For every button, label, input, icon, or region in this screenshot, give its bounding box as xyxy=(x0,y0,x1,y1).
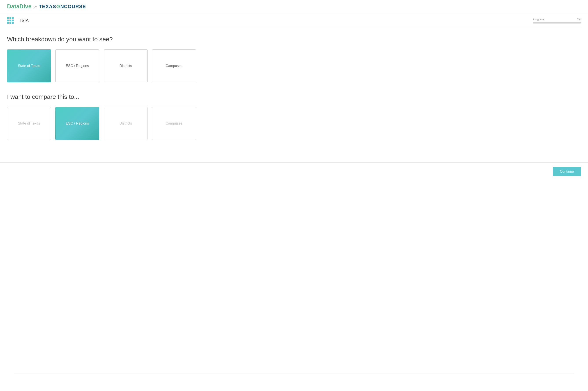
footer-divider xyxy=(14,373,574,374)
progress-bar-track xyxy=(533,22,581,23)
grid-dot xyxy=(12,19,14,21)
logo-by-text: by xyxy=(34,5,37,8)
grid-dot xyxy=(9,19,11,21)
app-header: DataDive by TEXAS⊙NCOURSE xyxy=(0,0,588,13)
progress-section: Progress 0% xyxy=(533,17,581,23)
grid-dot xyxy=(12,22,14,24)
breakdown-card-districts[interactable]: Districts xyxy=(104,49,148,82)
progress-label: Progress xyxy=(533,17,544,21)
breakdown-card-grid: State of Texas ESC / Regions Districts C… xyxy=(7,49,257,82)
logo-datadive-text: DataDive xyxy=(7,3,31,10)
grid-dot xyxy=(7,22,9,24)
logo-texasoncourse-text: TEXAS⊙NCOURSE xyxy=(39,4,86,9)
logo-pin-icon: ⊙ xyxy=(56,4,60,9)
breakdown-card-state-of-texas-label: State of Texas xyxy=(18,64,40,68)
grid-icon[interactable] xyxy=(7,17,14,24)
footer: Continue xyxy=(0,162,588,183)
compare-card-districts[interactable]: Districts xyxy=(104,107,148,140)
compare-card-districts-label: Districts xyxy=(119,121,132,125)
continue-button[interactable]: Continue xyxy=(553,167,581,176)
grid-dot xyxy=(7,17,9,19)
grid-dot xyxy=(9,22,11,24)
breakdown-card-esc-regions[interactable]: ESC / Regions xyxy=(55,49,99,82)
compare-card-state-of-texas[interactable]: State of Texas xyxy=(7,107,51,140)
grid-dot xyxy=(9,17,11,19)
breakdown-card-state-of-texas[interactable]: State of Texas xyxy=(7,49,51,82)
compare-card-campuses[interactable]: Campuses xyxy=(152,107,196,140)
compare-card-grid: State of Texas ESC / Regions Districts C… xyxy=(7,107,257,140)
grid-dot xyxy=(7,19,9,21)
progress-percent: 0% xyxy=(577,17,581,21)
breakdown-card-campuses[interactable]: Campuses xyxy=(152,49,196,82)
compare-card-esc-regions[interactable]: ESC / Regions xyxy=(55,107,99,140)
compare-section: I want to compare this to... State of Te… xyxy=(7,93,257,140)
compare-card-esc-regions-label: ESC / Regions xyxy=(66,121,89,125)
breakdown-card-esc-regions-label: ESC / Regions xyxy=(66,64,89,68)
compare-card-campuses-label: Campuses xyxy=(166,121,182,125)
grid-dot xyxy=(12,17,14,19)
breakdown-card-districts-label: Districts xyxy=(119,64,132,68)
breakdown-card-campuses-label: Campuses xyxy=(166,64,182,68)
compare-question: I want to compare this to... xyxy=(7,93,257,100)
main-content: Which breakdown do you want to see? Stat… xyxy=(0,27,264,158)
toolbar: TSIA Progress 0% xyxy=(0,13,588,27)
toolbar-title: TSIA xyxy=(19,18,29,23)
progress-labels: Progress 0% xyxy=(533,17,581,21)
compare-card-state-of-texas-label: State of Texas xyxy=(18,121,40,125)
breakdown-question: Which breakdown do you want to see? xyxy=(7,36,257,43)
app-logo: DataDive by TEXAS⊙NCOURSE xyxy=(7,3,86,10)
